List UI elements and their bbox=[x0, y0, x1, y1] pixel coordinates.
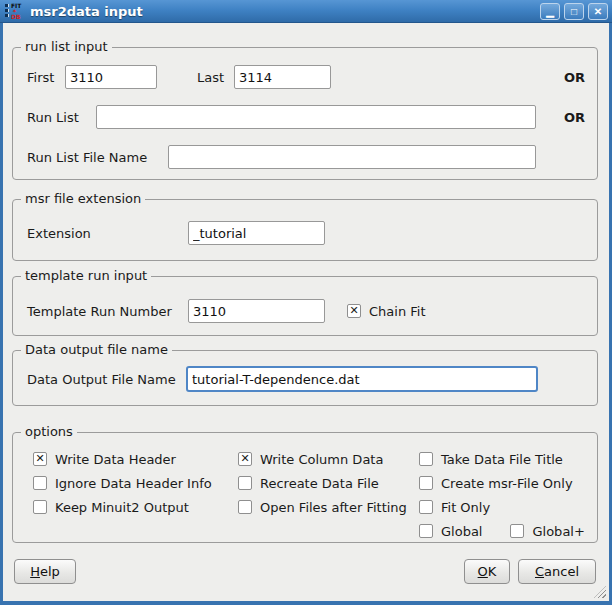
msr2data-app-icon: FIT ✶ DB bbox=[5, 3, 23, 20]
or-text-2: OR bbox=[564, 110, 585, 125]
cancel-rest: ancel bbox=[544, 564, 579, 579]
window-bottom-border bbox=[0, 601, 612, 605]
group-title-run-list-input: run list input bbox=[21, 38, 112, 56]
window-controls: ▁ □ ✕ bbox=[540, 3, 608, 20]
checkbox-chain-fit[interactable]: ✕ Chain Fit bbox=[347, 304, 426, 319]
group-run-list-input: run list input First Last OR Run List OR… bbox=[12, 47, 598, 180]
row-run-list-file-name: Run List File Name bbox=[13, 145, 597, 169]
extension-input[interactable] bbox=[188, 221, 325, 245]
checkbox-label: Global bbox=[441, 524, 482, 539]
help-rest: elp bbox=[40, 564, 60, 579]
help-button[interactable]: Help bbox=[14, 559, 76, 584]
run-list-file-name-label: Run List File Name bbox=[27, 150, 168, 165]
checkbox-ignore-data-header-info[interactable]: Ignore Data Header Info bbox=[33, 473, 238, 493]
dialog-content: run list input First Last OR Run List OR… bbox=[0, 23, 612, 601]
chain-fit-checkbox-box: ✕ bbox=[347, 304, 361, 318]
checkbox-label: Take Data File Title bbox=[441, 452, 563, 467]
checkbox-fit-only[interactable]: Fit Only bbox=[419, 497, 589, 517]
checkbox-global-plus[interactable]: Global+ bbox=[510, 521, 584, 541]
resize-grip[interactable] bbox=[594, 586, 606, 598]
or-text-1: OR bbox=[564, 70, 585, 85]
icon-text-db: DB bbox=[11, 14, 23, 20]
icon-bars bbox=[5, 4, 9, 17]
data-output-file-name-label: Data Output File Name bbox=[27, 372, 186, 387]
window-title: msr2data input bbox=[30, 4, 143, 19]
group-title-data-output-file-name: Data output file name bbox=[21, 341, 172, 359]
first-run-input[interactable] bbox=[65, 65, 157, 89]
checkbox-box bbox=[238, 500, 252, 514]
checkbox-box: ✕ bbox=[238, 452, 252, 466]
group-options: options ✕ Write Data Header ✕ Write Colu… bbox=[12, 432, 598, 543]
template-run-number-input[interactable] bbox=[188, 299, 325, 323]
row-data-output-file-name: Data Output File Name bbox=[13, 366, 597, 392]
group-template-run-input: template run input Template Run Number ✕… bbox=[12, 276, 598, 336]
group-msr-file-extension: msr file extension Extension bbox=[12, 199, 598, 261]
row-first-last: First Last OR bbox=[13, 65, 597, 89]
checkbox-global[interactable]: Global bbox=[419, 521, 482, 541]
cancel-button[interactable]: Cancel bbox=[518, 559, 596, 584]
run-list-input[interactable] bbox=[96, 105, 536, 129]
checkbox-keep-minuit2-output[interactable]: Keep Minuit2 Output bbox=[33, 497, 238, 517]
help-mnemonic: H bbox=[30, 564, 40, 579]
checkbox-box bbox=[238, 476, 252, 490]
checkbox-label: Write Column Data bbox=[260, 452, 383, 467]
checkbox-label: Global+ bbox=[532, 524, 584, 539]
row-template-run-number: Template Run Number ✕ Chain Fit bbox=[13, 299, 597, 323]
close-icon[interactable]: ✕ bbox=[588, 3, 608, 20]
data-output-file-name-input[interactable] bbox=[186, 366, 538, 392]
group-data-output-file-name: Data output file name Data Output File N… bbox=[12, 350, 598, 406]
checkbox-box bbox=[510, 524, 524, 538]
group-title-options: options bbox=[21, 423, 77, 441]
checkbox-recreate-data-file[interactable]: Recreate Data File bbox=[238, 473, 419, 493]
maximize-icon[interactable]: □ bbox=[564, 3, 584, 20]
chain-fit-label: Chain Fit bbox=[369, 304, 426, 319]
run-list-file-name-input[interactable] bbox=[168, 145, 536, 169]
checkbox-take-data-file-title[interactable]: Take Data File Title bbox=[419, 449, 589, 469]
template-run-number-label: Template Run Number bbox=[27, 304, 188, 319]
group-title-template-run-input: template run input bbox=[21, 267, 151, 285]
last-label: Last bbox=[197, 70, 234, 85]
checkbox-write-column-data[interactable]: ✕ Write Column Data bbox=[238, 449, 419, 469]
checkbox-label: Open Files after Fitting bbox=[260, 500, 407, 515]
checkbox-label: Fit Only bbox=[441, 500, 490, 515]
checkbox-write-data-header[interactable]: ✕ Write Data Header bbox=[33, 449, 238, 469]
checkbox-box: ✕ bbox=[33, 452, 47, 466]
checkbox-label: Keep Minuit2 Output bbox=[55, 500, 189, 515]
extension-label: Extension bbox=[27, 226, 188, 241]
checkbox-label: Recreate Data File bbox=[260, 476, 379, 491]
checkbox-create-msr-file-only[interactable]: Create msr-File Only bbox=[419, 473, 589, 493]
checkbox-box bbox=[419, 500, 433, 514]
global-options-cell: Global Global+ bbox=[419, 521, 589, 541]
first-label: First bbox=[27, 70, 65, 85]
options-grid: ✕ Write Data Header ✕ Write Column Data … bbox=[13, 449, 597, 541]
checkbox-label: Write Data Header bbox=[55, 452, 176, 467]
checkbox-box bbox=[419, 476, 433, 490]
ok-button[interactable]: OK bbox=[464, 559, 510, 584]
msr2data-dialog-window: FIT ✶ DB msr2data input ▁ □ ✕ run list i… bbox=[0, 0, 612, 605]
checkbox-box bbox=[33, 500, 47, 514]
cancel-mnemonic: C bbox=[535, 564, 544, 579]
ok-rest: K bbox=[488, 564, 497, 579]
checkbox-label: Ignore Data Header Info bbox=[55, 476, 212, 491]
checkbox-open-files-after-fitting[interactable]: Open Files after Fitting bbox=[238, 497, 419, 517]
button-row: Help OK Cancel bbox=[14, 559, 596, 584]
checkbox-box bbox=[33, 476, 47, 490]
checkbox-label: Create msr-File Only bbox=[441, 476, 573, 491]
group-title-msr-file-extension: msr file extension bbox=[21, 190, 145, 208]
row-run-list: Run List OR bbox=[13, 105, 597, 129]
row-extension: Extension bbox=[13, 221, 597, 245]
minimize-icon[interactable]: ▁ bbox=[540, 3, 560, 20]
last-run-input[interactable] bbox=[234, 65, 331, 89]
checkbox-box bbox=[419, 452, 433, 466]
titlebar[interactable]: FIT ✶ DB msr2data input ▁ □ ✕ bbox=[0, 0, 612, 23]
run-list-label: Run List bbox=[27, 110, 96, 125]
checkbox-box bbox=[419, 524, 433, 538]
ok-mnemonic: O bbox=[478, 564, 488, 579]
